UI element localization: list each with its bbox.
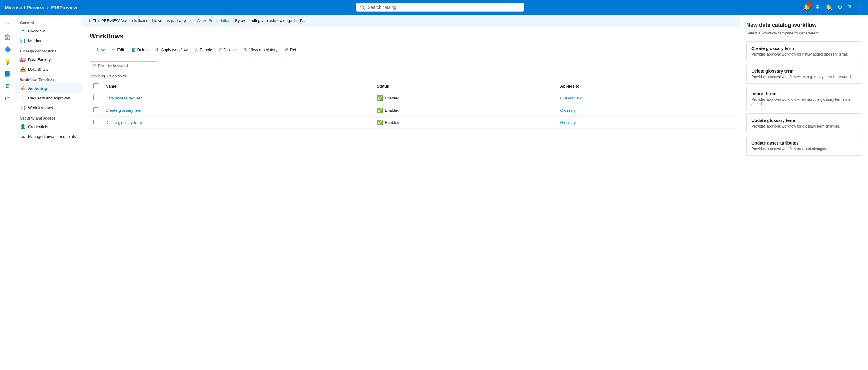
sidebar-item-metrics[interactable]: 📊 Metrics	[15, 36, 82, 45]
template-desc-4: Provides approval workflow for asset cha…	[751, 147, 857, 151]
row-checkbox-2[interactable]	[93, 107, 98, 112]
content-area: ℹ This PREVIEW feature is licensed to yo…	[82, 14, 868, 370]
template-title-4: Update asset attributes	[751, 141, 857, 146]
col-status: Status	[373, 81, 557, 92]
expand-rail-button[interactable]: «	[2, 17, 13, 28]
edit-icon: ✏	[112, 47, 116, 52]
workflow-link-2[interactable]: Create glossary term	[105, 108, 143, 113]
template-desc-1: Provides approval workflow when a glossa…	[751, 75, 857, 79]
apps-icon[interactable]: ⊞	[815, 4, 820, 11]
notification-icon[interactable]: 🔔 1	[803, 4, 810, 11]
insights-icon[interactable]: 💡	[2, 56, 13, 67]
sidebar-item-workflow-runs[interactable]: 📋 Workflow runs	[15, 103, 82, 113]
sidebar-item-authoring[interactable]: ✍ Authoring	[15, 83, 82, 93]
search-icon: 🔍	[360, 5, 365, 10]
status-dot-1: ✅	[377, 95, 383, 101]
template-title-1: Delete glossary term	[751, 69, 857, 73]
sidebar-item-data-share[interactable]: 📤 Data Share	[15, 64, 82, 74]
refresh-icon: ↺	[285, 47, 288, 52]
filter-input-box[interactable]: ▽	[90, 61, 157, 70]
status-badge-1: ✅ Enabled	[377, 95, 553, 101]
applies-link-3[interactable]: Glossary	[560, 120, 576, 125]
sidebar-item-label: Data Share	[28, 67, 48, 72]
sidebar-item-label: Credentials	[28, 124, 48, 129]
workflow-icon[interactable]: ⚙	[2, 81, 13, 92]
workflow-link-3[interactable]: Delete glossary term	[105, 120, 142, 125]
alert-icon[interactable]: 🔔	[825, 4, 832, 11]
refresh-button[interactable]: ↺ Ref...	[282, 46, 302, 54]
delete-button[interactable]: 🗑 Delete	[128, 46, 152, 54]
new-icon: +	[93, 47, 95, 52]
sidebar-item-requests[interactable]: 📄 Requests and approvals	[15, 93, 82, 103]
overview-icon: ≡	[20, 28, 26, 34]
panel-title: New data catalog workflow	[746, 22, 862, 28]
applies-link-2[interactable]: Glossary	[560, 108, 576, 113]
data-share-icon: 📤	[20, 66, 26, 72]
page-header: Workflows	[82, 27, 740, 43]
main-content: ℹ This PREVIEW feature is licensed to yo…	[82, 14, 740, 370]
disable-button[interactable]: □ Disable	[216, 46, 240, 54]
authoring-icon: ✍	[20, 85, 26, 91]
sidebar-item-overview[interactable]: ≡ Overview	[15, 26, 82, 36]
data-factory-icon: 🏭	[20, 57, 26, 62]
help-icon[interactable]: ?	[848, 4, 851, 11]
template-title-0: Create glossary term	[751, 46, 857, 51]
select-all-checkbox[interactable]	[93, 83, 98, 88]
sidebar: General ≡ Overview 📊 Metrics Lineage con…	[15, 14, 82, 370]
template-card-4[interactable]: Update asset attributes Provides approva…	[746, 136, 862, 156]
new-button[interactable]: + New	[90, 46, 108, 54]
sidebar-item-managed-endpoints[interactable]: ☁ Managed private endpoints	[15, 131, 82, 141]
info-link[interactable]: Azure Subscription	[197, 18, 230, 23]
workflow-link-1[interactable]: Data access request	[105, 96, 142, 100]
row-checkbox-1[interactable]	[93, 95, 98, 100]
sidebar-item-label: Workflow runs	[28, 105, 53, 110]
template-card-0[interactable]: Create glossary term Provides approval w…	[746, 41, 862, 61]
sidebar-item-data-factory[interactable]: 🏭 Data Factory	[15, 55, 82, 64]
template-card-1[interactable]: Delete glossary term Provides approval w…	[746, 64, 862, 84]
applies-link-1[interactable]: FTAPurview	[560, 96, 582, 100]
table-row: Create glossary term ✅ Enabled Glossary	[90, 104, 733, 117]
apply-workflow-button[interactable]: ⊕ Apply workflow	[153, 46, 191, 54]
data-icon[interactable]: 🗂	[2, 93, 13, 104]
delete-icon: 🗑	[131, 47, 136, 52]
credentials-icon: 👤	[20, 124, 26, 129]
template-card-3[interactable]: Update glossary term Provides approval w…	[746, 114, 862, 133]
sidebar-item-label: Data Factory	[28, 57, 51, 62]
glossary-icon[interactable]: 📘	[2, 68, 13, 79]
right-panel: New data catalog workflow Select a workf…	[740, 14, 868, 370]
brand-separator: ›	[47, 4, 49, 11]
view-run-label: View run history	[249, 48, 277, 52]
instance-name: FTAPurview	[51, 5, 77, 10]
template-desc-2: Provides approval workflow when multiple…	[751, 97, 857, 106]
settings-icon[interactable]: ⚙	[837, 4, 842, 11]
home-icon[interactable]: 🏠	[2, 32, 13, 43]
main-layout: « 🏠 🔷 💡 📘 ⚙ 🗂 General ≡ Overview 📊 Metri…	[0, 14, 868, 370]
search-input[interactable]	[368, 5, 520, 10]
catalog-icon[interactable]: 🔷	[2, 44, 13, 55]
user-icon[interactable]: 👤	[857, 4, 863, 11]
template-card-2[interactable]: Import terms Provides approval workflow …	[746, 87, 862, 111]
apply-label: Apply workflow	[161, 48, 188, 52]
search-box[interactable]: 🔍	[356, 3, 524, 11]
toolbar: + New ✏ Edit 🗑 Delete ⊕ Apply workflow ▷	[82, 43, 740, 56]
row-checkbox-3[interactable]	[93, 120, 98, 124]
enable-button[interactable]: ▷ Enable	[192, 46, 215, 54]
view-run-history-button[interactable]: ↻ View run history	[241, 46, 280, 54]
col-applies-to: Applies to	[557, 81, 733, 92]
sidebar-item-credentials[interactable]: 👤 Credentials	[15, 122, 82, 131]
info-text: This PREVIEW feature is licensed to you …	[93, 18, 191, 23]
showing-label: Showing 3 workflows	[90, 74, 733, 79]
template-title-2: Import terms	[751, 91, 857, 96]
edit-label: Edit	[117, 48, 124, 52]
workflows-table: Name Status Applies to Data access reque…	[90, 81, 733, 129]
filter-input[interactable]	[98, 63, 153, 68]
edit-button[interactable]: ✏ Edit	[109, 46, 127, 54]
status-text-2: Enabled	[385, 108, 399, 113]
sidebar-item-label: Requests and approvals	[28, 96, 71, 100]
sidebar-item-label: Overview	[28, 29, 44, 33]
view-run-icon: ↻	[244, 47, 248, 52]
managed-endpoints-icon: ☁	[20, 133, 26, 139]
template-desc-0: Provides approval workflow for newly add…	[751, 52, 857, 56]
sidebar-section-workflow: Workflow (Preview)	[15, 74, 82, 83]
status-badge-3: ✅ Enabled	[377, 120, 553, 125]
